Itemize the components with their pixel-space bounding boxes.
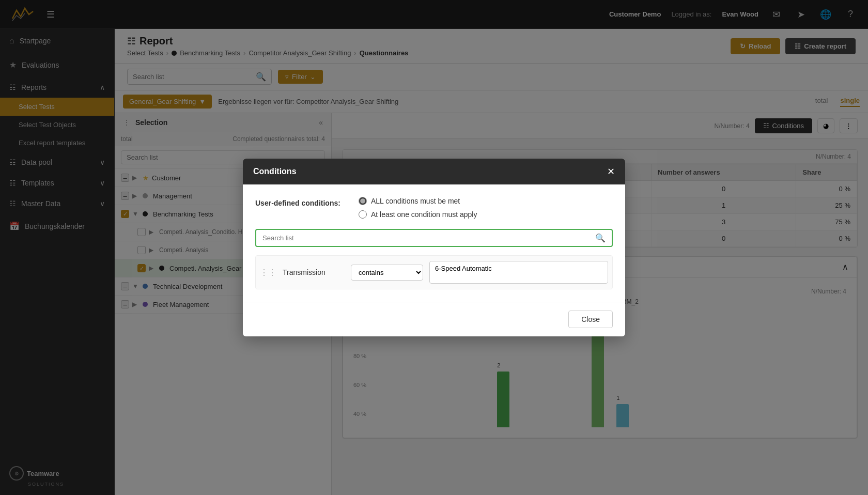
modal-title: Conditions — [253, 167, 297, 176]
drag-handle-icon[interactable]: ⋮⋮ — [260, 268, 276, 277]
modal-footer: Close — [243, 302, 625, 336]
radio-one-label: At least one condition must apply — [371, 210, 477, 219]
modal-search-box: 🔍 — [255, 229, 613, 247]
conditions-row: User-defined conditions: ALL conditions … — [255, 197, 613, 219]
close-modal-button[interactable]: Close — [568, 311, 613, 328]
radio-group: ALL conditions must be met At least one … — [359, 197, 477, 219]
radio-all-option[interactable]: ALL conditions must be met — [359, 197, 477, 205]
modal-search-icon: 🔍 — [595, 233, 606, 243]
modal-overlay: Conditions ✕ User-defined conditions: AL… — [0, 0, 868, 495]
condition-value-input[interactable]: 6-Speed Automatic — [429, 261, 608, 284]
radio-all-label: ALL conditions must be met — [371, 197, 460, 205]
radio-all-input[interactable] — [359, 197, 367, 205]
modal-header: Conditions ✕ — [243, 159, 625, 184]
modal-search-input[interactable] — [262, 234, 595, 242]
condition-row: ⋮⋮ Transmission contains equals starts w… — [255, 255, 613, 289]
user-defined-label: User-defined conditions: — [255, 197, 348, 207]
modal-body: User-defined conditions: ALL conditions … — [243, 184, 625, 302]
modal-close-button[interactable]: ✕ — [607, 166, 615, 177]
radio-one-option[interactable]: At least one condition must apply — [359, 210, 477, 219]
radio-one-input[interactable] — [359, 210, 367, 219]
conditions-modal: Conditions ✕ User-defined conditions: AL… — [243, 159, 625, 336]
condition-label: Transmission — [283, 268, 345, 276]
condition-operator-select[interactable]: contains equals starts with ends with — [351, 265, 423, 281]
